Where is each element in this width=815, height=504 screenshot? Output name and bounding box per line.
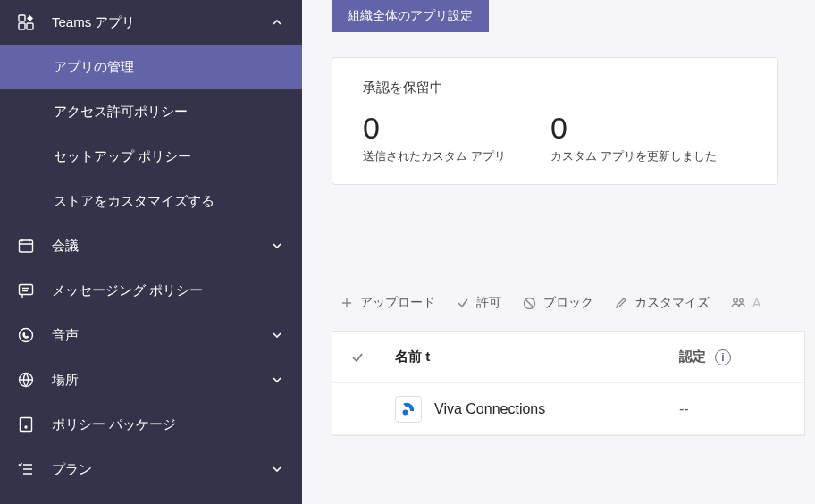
sidebar-item-meetings[interactable]: 会議 xyxy=(0,223,302,268)
card-title: 承認を保留中 xyxy=(363,80,747,113)
main-content: 組織全体のアプリ設定 承認を保留中 0 送信されたカスタム アプリ 0 カスタム… xyxy=(302,0,815,504)
stat-label: カスタム アプリを更新しました xyxy=(550,148,738,164)
globe-icon xyxy=(16,370,36,390)
sidebar-item-teams-apps[interactable]: Teams アプリ xyxy=(0,0,302,45)
table-header-row: 名前 t 認定 i xyxy=(332,332,804,383)
calendar-icon xyxy=(16,236,36,256)
button-label: A xyxy=(752,296,760,310)
org-wide-app-settings-button[interactable]: 組織全体のアプリ設定 xyxy=(332,0,489,32)
svg-point-12 xyxy=(403,409,408,415)
sidebar-item-label: 場所 xyxy=(52,372,268,389)
svg-rect-4 xyxy=(20,285,33,295)
sidebar-item-messaging-policies[interactable]: メッセージング ポリシー xyxy=(0,268,302,313)
app-name: Viva Connections xyxy=(434,401,545,417)
svg-point-11 xyxy=(740,299,744,303)
svg-point-5 xyxy=(20,329,33,342)
column-header-name[interactable]: 名前 t xyxy=(395,349,679,365)
pending-approval-card: 承認を保留中 0 送信されたカスタム アプリ 0 カスタム アプリを更新しました xyxy=(332,57,778,185)
app-icon-viva-connections xyxy=(395,396,422,423)
package-icon xyxy=(16,415,36,434)
chevron-down-icon xyxy=(268,326,286,344)
apps-icon xyxy=(16,13,36,32)
sidebar-item-label: Teams アプリ xyxy=(52,14,268,31)
sidebar-sub-manage-apps[interactable]: アプリの管理 xyxy=(0,45,302,89)
sidebar-item-label: 会議 xyxy=(52,238,268,255)
pencil-icon xyxy=(615,297,627,309)
card-col-submitted: 0 送信されたカスタム アプリ xyxy=(363,113,550,164)
sidebar: Teams アプリ アプリの管理 アクセス許可ポリシー セットアップ ポリシー … xyxy=(0,0,302,504)
sidebar-item-label: メッセージング ポリシー xyxy=(52,282,286,299)
table-row[interactable]: Viva Connections -- xyxy=(332,383,804,435)
chevron-down-icon xyxy=(268,460,286,478)
sidebar-item-label: ポリシー パッケージ xyxy=(52,416,286,433)
sidebar-item-voice[interactable]: 音声 xyxy=(0,313,302,357)
column-label: 名前 t xyxy=(395,349,430,365)
sidebar-item-label: プラン xyxy=(52,461,268,478)
sidebar-sub-label: ストアをカスタマイズする xyxy=(54,193,214,210)
sidebar-item-locations[interactable]: 場所 xyxy=(0,357,302,402)
sidebar-item-policy-packages[interactable]: ポリシー パッケージ xyxy=(0,402,302,447)
plus-icon xyxy=(340,297,353,309)
apps-toolbar: アップロード 許可 ブロック カスタマイズ xyxy=(332,290,769,316)
sidebar-item-planning[interactable]: プラン xyxy=(0,447,302,491)
chevron-down-icon xyxy=(268,237,286,255)
sidebar-sub-permission-policies[interactable]: アクセス許可ポリシー xyxy=(0,89,302,134)
button-label: カスタマイズ xyxy=(634,295,710,311)
upload-button[interactable]: アップロード xyxy=(332,290,444,316)
svg-rect-1 xyxy=(27,23,33,29)
button-label: ブロック xyxy=(543,295,593,311)
sidebar-sub-label: アクセス許可ポリシー xyxy=(54,104,188,121)
sidebar-sub-setup-policies[interactable]: セットアップ ポリシー xyxy=(0,134,302,179)
stat-number: 0 xyxy=(550,113,738,143)
svg-rect-2 xyxy=(19,23,25,29)
info-icon[interactable]: i xyxy=(715,349,731,365)
svg-rect-0 xyxy=(19,15,25,21)
svg-rect-7 xyxy=(21,418,32,432)
svg-point-8 xyxy=(25,426,27,428)
certification-value: -- xyxy=(679,401,689,417)
people-icon xyxy=(731,297,745,309)
column-header-certification[interactable]: 認定 i xyxy=(679,349,804,365)
svg-point-10 xyxy=(734,298,738,303)
block-button[interactable]: ブロック xyxy=(514,290,602,316)
add-button[interactable]: A xyxy=(722,290,769,315)
svg-rect-3 xyxy=(20,240,33,252)
block-icon xyxy=(523,297,536,310)
phone-icon xyxy=(16,325,36,345)
checklist-icon xyxy=(16,459,36,479)
stat-number: 0 xyxy=(363,113,550,143)
apps-table: 名前 t 認定 i Viva Connections -- xyxy=(332,331,805,436)
check-icon xyxy=(457,297,469,309)
card-col-updated: 0 カスタム アプリを更新しました xyxy=(550,113,738,164)
sidebar-sub-customize-store[interactable]: ストアをカスタマイズする xyxy=(0,179,302,223)
sidebar-item-label: 音声 xyxy=(52,327,268,344)
column-label: 認定 xyxy=(679,349,706,365)
button-label: アップロード xyxy=(360,295,435,311)
sidebar-sub-label: セットアップ ポリシー xyxy=(54,148,191,165)
button-label: 許可 xyxy=(476,295,501,311)
stat-label: 送信されたカスタム アプリ xyxy=(363,148,550,164)
chat-icon xyxy=(16,281,36,300)
select-all-checkbox[interactable] xyxy=(350,350,395,365)
chevron-up-icon xyxy=(268,13,286,31)
chevron-down-icon xyxy=(268,371,286,389)
allow-button[interactable]: 許可 xyxy=(448,290,510,316)
sidebar-sub-label: アプリの管理 xyxy=(54,59,134,76)
customize-button[interactable]: カスタマイズ xyxy=(606,290,718,316)
